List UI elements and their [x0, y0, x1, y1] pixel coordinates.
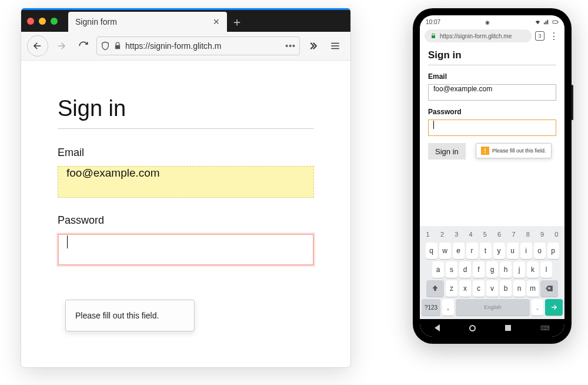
period-key[interactable]: .	[532, 299, 543, 316]
key-a[interactable]: a	[432, 261, 444, 278]
reload-button[interactable]	[74, 36, 93, 55]
desktop-browser-window: Signin form ✕ ＋ https://signin-form.glit…	[21, 8, 350, 367]
mobile-menu-button[interactable]: ⋮	[548, 31, 560, 42]
key-g[interactable]: g	[486, 261, 498, 278]
mobile-email-field[interactable]: foo@example.com	[428, 84, 556, 101]
key-e[interactable]: e	[453, 243, 465, 259]
tab-strip: Signin form ✕ ＋	[21, 8, 350, 32]
close-tab-icon[interactable]: ✕	[213, 17, 220, 26]
key-8[interactable]: 8	[522, 228, 534, 240]
minimize-window-icon[interactable]	[39, 18, 46, 25]
key-q[interactable]: q	[426, 243, 437, 259]
mobile-url-bar[interactable]: https://signin-form.glitch.me	[425, 29, 532, 42]
forward-button[interactable]	[52, 36, 71, 55]
tab-switcher-button[interactable]: 3	[535, 31, 544, 41]
url-text: https://signin-form.glitch.m	[125, 41, 282, 51]
key-6[interactable]: 6	[493, 228, 506, 240]
status-bar: 10:07 ◉	[420, 15, 564, 27]
key-h[interactable]: h	[500, 261, 512, 278]
mobile-email-value: foo@example.com	[433, 85, 492, 93]
mobile-browser-toolbar: https://signin-form.glitch.me 3 ⋮	[420, 27, 564, 45]
key-d[interactable]: d	[459, 261, 471, 278]
email-value: foo@example.com	[66, 167, 160, 179]
comma-key[interactable]: ,	[442, 299, 454, 316]
password-label: Password	[58, 214, 314, 227]
key-o[interactable]: o	[534, 243, 546, 259]
key-4[interactable]: 4	[465, 228, 477, 240]
email-label: Email	[58, 147, 314, 159]
validation-message: Please fill out this field.	[75, 311, 159, 320]
key-m[interactable]: m	[527, 280, 539, 297]
symbols-key[interactable]: ?123	[422, 299, 440, 316]
power-button-icon	[572, 85, 573, 120]
nav-home-icon[interactable]	[469, 325, 476, 331]
nav-back-icon[interactable]	[435, 324, 440, 331]
page-actions-icon[interactable]: •••	[285, 41, 296, 51]
arrow-right-icon	[550, 303, 558, 311]
lock-icon[interactable]	[113, 42, 122, 50]
close-window-icon[interactable]	[27, 18, 34, 25]
maximize-window-icon[interactable]	[51, 18, 58, 25]
key-w[interactable]: w	[439, 243, 451, 259]
signin-button[interactable]: Sign in	[428, 143, 466, 160]
tab-count: 3	[538, 33, 541, 39]
android-nav-bar: ⌨	[420, 319, 564, 337]
mobile-email-label: Email	[428, 72, 556, 81]
text-cursor-icon	[433, 121, 434, 129]
key-t[interactable]: t	[480, 243, 492, 259]
key-r[interactable]: r	[466, 243, 478, 259]
key-3[interactable]: 3	[450, 228, 463, 240]
backspace-icon	[544, 284, 554, 293]
key-n[interactable]: n	[513, 280, 525, 297]
text-cursor-icon	[67, 235, 68, 248]
key-p[interactable]: p	[547, 243, 559, 259]
password-field[interactable]	[58, 234, 314, 265]
browser-tab[interactable]: Signin form ✕	[68, 12, 227, 32]
mobile-page-heading: Sign in	[428, 49, 556, 65]
key-j[interactable]: j	[513, 261, 525, 278]
key-9[interactable]: 9	[536, 228, 548, 240]
key-x[interactable]: x	[459, 280, 471, 297]
backspace-key[interactable]	[540, 280, 558, 297]
page-content: Sign in Email foo@example.com Password	[21, 61, 350, 317]
page-heading: Sign in	[58, 96, 314, 129]
key-5[interactable]: 5	[479, 228, 491, 240]
key-v[interactable]: v	[486, 280, 498, 297]
signal-icon	[543, 19, 550, 25]
key-s[interactable]: s	[446, 261, 457, 278]
overflow-button[interactable]	[303, 36, 322, 55]
key-c[interactable]: c	[473, 280, 485, 297]
mobile-password-field[interactable]	[428, 120, 556, 136]
go-key[interactable]	[545, 299, 563, 316]
nav-keyboard-icon[interactable]: ⌨	[540, 324, 550, 332]
tab-title: Signin form	[75, 17, 117, 26]
phone-frame: 10:07 ◉ https://signin-form.glitch.me 3 …	[413, 8, 572, 344]
back-button[interactable]	[27, 35, 48, 57]
key-2[interactable]: 2	[436, 228, 448, 240]
key-0[interactable]: 0	[550, 228, 563, 240]
nav-recents-icon[interactable]	[505, 325, 511, 331]
key-7[interactable]: 7	[507, 228, 520, 240]
space-key[interactable]: English	[456, 299, 530, 316]
window-controls	[27, 10, 68, 32]
key-b[interactable]: b	[500, 280, 512, 297]
key-f[interactable]: f	[473, 261, 485, 278]
shift-key[interactable]	[426, 280, 444, 297]
key-z[interactable]: z	[446, 280, 457, 297]
key-1[interactable]: 1	[422, 228, 434, 240]
menu-button[interactable]	[326, 36, 345, 55]
url-bar[interactable]: https://signin-form.glitch.m •••	[96, 36, 300, 55]
tracking-protection-icon[interactable]	[101, 41, 110, 51]
key-u[interactable]: u	[507, 243, 519, 259]
key-i[interactable]: i	[520, 243, 532, 259]
key-y[interactable]: y	[493, 243, 505, 259]
mobile-password-label: Password	[428, 108, 556, 116]
browser-toolbar: https://signin-form.glitch.m •••	[21, 32, 350, 61]
soft-keyboard: 1234567890 qwertyuiop asdfghjkl zxcvbnm …	[420, 226, 564, 319]
key-l[interactable]: l	[540, 261, 552, 278]
battery-icon	[552, 19, 559, 25]
email-field[interactable]: foo@example.com	[58, 166, 314, 198]
new-tab-button[interactable]: ＋	[227, 12, 247, 32]
warning-icon: !	[481, 147, 489, 155]
key-k[interactable]: k	[527, 261, 539, 278]
